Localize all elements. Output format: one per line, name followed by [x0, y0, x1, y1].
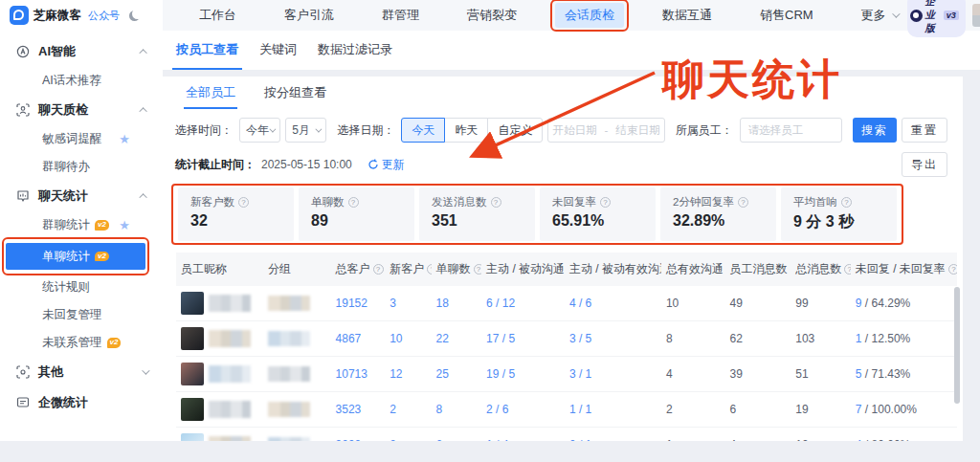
- column-header[interactable]: 分组: [263, 253, 331, 286]
- table-cell[interactable]: 18: [432, 286, 482, 321]
- table-cell[interactable]: 2 / 6: [481, 392, 565, 428]
- unreplied-count-link[interactable]: 4: [856, 438, 862, 441]
- column-header[interactable]: 总消息数?: [791, 253, 851, 286]
- help-icon[interactable]: ?: [491, 197, 501, 208]
- year-select[interactable]: 今年: [239, 118, 280, 143]
- column-header[interactable]: 单聊数?: [432, 253, 482, 286]
- table-cell[interactable]: 3 / 5: [565, 321, 661, 357]
- table-cell[interactable]: 1 / 1: [565, 392, 661, 428]
- view-tab[interactable]: 全部员工: [184, 78, 237, 109]
- reset-button[interactable]: 重置: [902, 118, 947, 143]
- sidebar-section-ai[interactable]: AI智能: [0, 36, 163, 67]
- stat-label-text: 未回复率: [552, 195, 596, 209]
- sidebar-item[interactable]: 群聊待办: [0, 153, 163, 181]
- sidebar-item[interactable]: AI话术推荐: [0, 67, 163, 95]
- sidebar-item[interactable]: 未回复管理: [0, 301, 163, 329]
- table-cell[interactable]: 8: [432, 392, 482, 428]
- sidebar-item[interactable]: 敏感词提醒★: [0, 125, 163, 153]
- sidebar-section-wework[interactable]: 企微统计: [0, 387, 163, 418]
- top-nav-item[interactable]: 更多: [852, 3, 907, 28]
- date-today-button[interactable]: 今天: [401, 118, 445, 143]
- column-header[interactable]: 员工消息数?: [725, 253, 791, 286]
- column-header[interactable]: 主动 / 被动沟通?: [481, 253, 565, 286]
- star-icon[interactable]: ★: [119, 133, 130, 145]
- export-button[interactable]: 导出: [902, 152, 947, 177]
- table-cell[interactable]: 10713: [331, 357, 386, 392]
- table-cell[interactable]: 1 / 4: [481, 428, 565, 442]
- page-tab[interactable]: 关键词: [256, 31, 301, 70]
- top-nav-item[interactable]: 销售CRM: [750, 3, 823, 28]
- table-cell[interactable]: 19152: [331, 286, 386, 321]
- table-cell[interactable]: 0 / 1: [565, 428, 661, 442]
- top-nav-item-label: 更多: [861, 7, 886, 24]
- user-avatar[interactable]: [972, 4, 980, 27]
- sidebar-item[interactable]: 统计规则: [0, 274, 163, 301]
- table-cell[interactable]: 3523: [331, 392, 386, 428]
- account-type-link[interactable]: 公众号: [88, 9, 120, 23]
- sidebar-item[interactable]: 单聊统计v2: [6, 243, 145, 270]
- help-icon[interactable]: ?: [948, 264, 957, 275]
- star-icon[interactable]: ★: [119, 219, 130, 231]
- table-cell[interactable]: 3: [385, 286, 431, 321]
- view-tab[interactable]: 按分组查看: [262, 78, 328, 109]
- table-cell[interactable]: 6: [432, 428, 482, 442]
- column-header[interactable]: 总有效沟通?: [661, 253, 725, 286]
- top-nav-item[interactable]: 客户引流: [275, 3, 344, 28]
- table-cell[interactable]: 4 / 6: [565, 286, 661, 321]
- help-icon[interactable]: ?: [474, 264, 482, 275]
- table-cell[interactable]: 9292: [331, 428, 386, 442]
- help-icon[interactable]: ?: [373, 264, 384, 275]
- page-tab[interactable]: 数据过滤记录: [314, 31, 396, 70]
- table-scrollbar[interactable]: [954, 287, 960, 404]
- table-cell[interactable]: 6 / 12: [481, 286, 565, 321]
- table-cell[interactable]: 10: [385, 321, 431, 357]
- table-cell[interactable]: 25: [432, 357, 482, 392]
- unreplied-count-link[interactable]: 9: [856, 297, 862, 310]
- sidebar-section-chat-stats[interactable]: 聊天统计: [0, 181, 163, 211]
- table-cell[interactable]: 2: [385, 428, 431, 442]
- table-cell[interactable]: 19 / 5: [481, 357, 565, 392]
- staff-select-input[interactable]: 请选择员工: [740, 118, 842, 143]
- page-tab[interactable]: 按员工查看: [172, 31, 242, 70]
- employee-avatar: [181, 433, 204, 441]
- top-nav-item[interactable]: 数据互通: [653, 3, 722, 28]
- sidebar-section-qc[interactable]: 聊天质检: [0, 95, 163, 125]
- column-header[interactable]: 主动 / 被动有效沟通?: [565, 253, 661, 286]
- table-cell[interactable]: 4867: [331, 321, 386, 357]
- sidebar-item[interactable]: 群聊统计v2★: [0, 211, 163, 239]
- top-nav-item[interactable]: 工作台: [189, 3, 246, 28]
- table-cell[interactable]: 3 / 1: [565, 357, 661, 392]
- table-cell[interactable]: 12: [385, 357, 431, 392]
- sidebar-item[interactable]: 未联系管理v2: [0, 329, 163, 357]
- table-cell[interactable]: 17 / 5: [481, 321, 565, 357]
- top-nav-item[interactable]: 群管理: [372, 3, 429, 28]
- blur-block: [290, 402, 301, 417]
- search-button[interactable]: 搜索: [853, 118, 897, 143]
- help-icon[interactable]: ?: [841, 197, 852, 208]
- unreplied-count-link[interactable]: 5: [856, 367, 862, 381]
- dark-mode-icon[interactable]: [129, 11, 140, 21]
- unreplied-count-link[interactable]: 1: [856, 332, 862, 345]
- column-header[interactable]: 未回复 / 未回复率?: [851, 253, 957, 286]
- column-header[interactable]: 新客户?: [385, 253, 431, 286]
- top-nav-item[interactable]: 会话质检: [555, 3, 624, 28]
- help-icon[interactable]: ?: [844, 264, 851, 275]
- date-custom-button[interactable]: 自定义: [487, 118, 543, 143]
- column-header[interactable]: 总客户?: [331, 253, 386, 286]
- table-cell[interactable]: 22: [432, 321, 482, 357]
- help-icon[interactable]: ?: [738, 197, 748, 208]
- sidebar-item-label: 单聊统计: [42, 249, 90, 265]
- help-icon[interactable]: ?: [427, 264, 431, 275]
- month-select[interactable]: 5月: [285, 118, 326, 143]
- help-icon[interactable]: ?: [238, 197, 249, 208]
- date-range-input[interactable]: 开始日期 - 结束日期: [547, 118, 664, 143]
- refresh-link[interactable]: 更新: [368, 157, 405, 173]
- sidebar-section-other[interactable]: 其他: [0, 357, 163, 387]
- table-cell[interactable]: 2: [385, 392, 431, 428]
- top-nav-item[interactable]: 营销裂变: [457, 3, 526, 28]
- help-icon[interactable]: ?: [600, 197, 611, 208]
- column-header[interactable]: 员工昵称: [176, 253, 263, 286]
- date-yesterday-button[interactable]: 昨天: [444, 118, 488, 143]
- unreplied-count-link[interactable]: 7: [856, 403, 862, 416]
- help-icon[interactable]: ?: [348, 197, 359, 208]
